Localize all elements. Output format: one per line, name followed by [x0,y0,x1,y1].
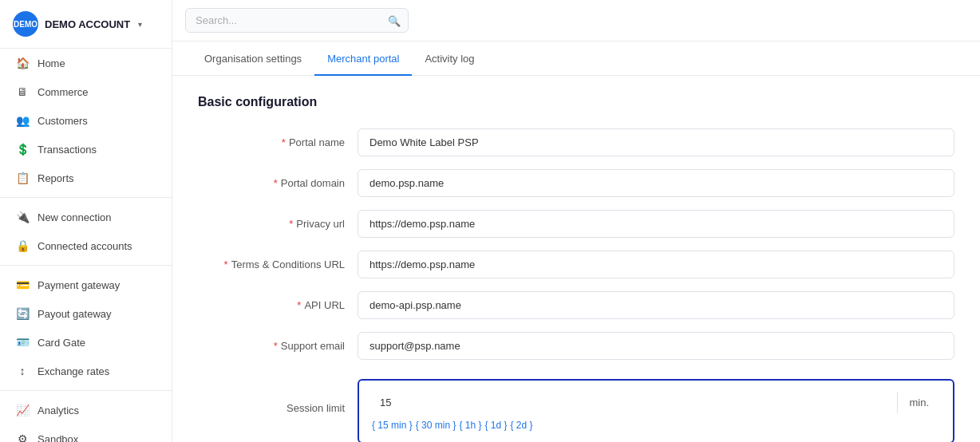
nav-list: 🏠 Home🖥 Commerce👥 Customers💲 Transaction… [0,49,172,442]
required-marker: * [224,258,228,270]
form-row-privacy-url: *Privacy url [198,210,954,238]
input-support-email[interactable] [358,332,954,360]
sidebar-label-sandbox: Sandbox [38,433,78,443]
section-title: Basic configuration [198,95,954,109]
required-marker: * [274,340,278,352]
session-hint-item[interactable]: { 1d } [484,420,507,431]
label-terms-url: *Terms & Conditions URL [198,258,358,270]
sidebar-item-payment-gateway[interactable]: 💳 Payment gateway [0,270,172,299]
sidebar-item-customers[interactable]: 👥 Customers [0,106,172,135]
sidebar-label-customers: Customers [38,115,88,127]
form-row-portal-domain: *Portal domain [198,169,954,197]
session-box: min. { 15 min }{ 30 min }{ 1h }{ 1d }{ 2… [358,379,954,442]
form-row-support-email: *Support email [198,332,954,360]
sidebar-label-transactions: Transactions [38,144,97,156]
required-marker: * [297,299,301,311]
analytics-icon: 📈 [15,404,30,416]
label-portal-name: *Portal name [198,136,358,148]
reports-icon: 📋 [15,172,30,184]
sidebar-label-reports: Reports [38,172,74,184]
required-marker: * [274,177,278,189]
sidebar-label-payout-gateway: Payout gateway [38,308,112,320]
session-label: Session limit [198,402,358,414]
sidebar-label-card-gate: Card Gate [38,337,85,349]
required-marker: * [289,218,293,230]
input-portal-domain[interactable] [358,169,954,197]
sidebar-label-connected-accounts: Connected accounts [38,240,132,252]
main-content: 🔍 Organisation settingsMerchant portalAc… [172,0,980,442]
commerce-icon: 🖥 [15,85,30,98]
sidebar: DEMO DEMO ACCOUNT ▾ 🏠 Home🖥 Commerce👥 Cu… [0,0,172,442]
tab-activity-log[interactable]: Activity log [412,41,487,76]
sidebar-item-sandbox[interactable]: ⚙ Sandbox [0,424,172,442]
input-api-url[interactable] [358,291,954,319]
sidebar-item-commerce[interactable]: 🖥 Commerce [0,77,172,106]
search-input[interactable] [185,8,409,33]
session-hints: { 15 min }{ 30 min }{ 1h }{ 1d }{ 2d } [372,420,940,431]
input-terms-url[interactable] [358,251,954,278]
tabs-bar: Organisation settingsMerchant portalActi… [172,41,980,76]
sidebar-item-connected-accounts[interactable]: 🔒 Connected accounts [0,231,172,260]
transactions-icon: 💲 [15,143,30,156]
required-marker: * [282,136,286,148]
new-connection-icon: 🔌 [15,211,30,223]
form-row-terms-url: *Terms & Conditions URL [198,251,954,278]
payment-gateway-icon: 💳 [15,278,30,291]
label-portal-domain: *Portal domain [198,177,358,189]
session-hint-item[interactable]: { 15 min } [372,420,413,431]
search-icon: 🔍 [388,14,401,26]
sidebar-item-home[interactable]: 🏠 Home [0,49,172,77]
exchange-rates-icon: ↕ [15,365,30,377]
sidebar-label-home: Home [38,57,65,69]
form-row-portal-name: *Portal name [198,128,954,156]
label-support-email: *Support email [198,340,358,352]
session-input[interactable] [372,392,897,413]
topbar: 🔍 [172,0,980,41]
search-wrap: 🔍 [185,8,409,33]
label-api-url: *API URL [198,299,358,311]
home-icon: 🏠 [15,57,30,69]
form-fields: *Portal name*Portal domain*Privacy url*T… [198,128,954,360]
sidebar-label-new-connection: New connection [38,211,112,223]
sidebar-item-new-connection[interactable]: 🔌 New connection [0,203,172,231]
account-header[interactable]: DEMO DEMO ACCOUNT ▾ [0,0,172,49]
label-privacy-url: *Privacy url [198,218,358,230]
account-name: DEMO ACCOUNT [45,18,130,30]
sidebar-label-commerce: Commerce [38,86,89,98]
input-portal-name[interactable] [358,128,954,156]
session-row: min. [372,392,940,413]
tab-merchant-portal[interactable]: Merchant portal [314,41,412,76]
sidebar-item-card-gate[interactable]: 🪪 Card Gate [0,328,172,357]
form-row-api-url: *API URL [198,291,954,319]
card-gate-icon: 🪪 [15,336,30,349]
session-limit-row: Session limit min. { 15 min }{ 30 min }{… [198,373,954,442]
customers-icon: 👥 [15,114,30,127]
sidebar-label-exchange-rates: Exchange rates [38,365,109,377]
sidebar-item-analytics[interactable]: 📈 Analytics [0,396,172,424]
content-area: Basic configuration *Portal name*Portal … [172,76,980,442]
sandbox-icon: ⚙ [15,432,30,442]
payout-gateway-icon: 🔄 [15,307,30,320]
session-unit: min. [897,392,940,413]
chevron-down-icon: ▾ [138,20,142,29]
sidebar-item-payout-gateway[interactable]: 🔄 Payout gateway [0,299,172,328]
connected-accounts-icon: 🔒 [15,239,30,252]
account-logo: DEMO [13,11,38,37]
sidebar-item-transactions[interactable]: 💲 Transactions [0,135,172,164]
tab-org-settings[interactable]: Organisation settings [192,41,314,76]
sidebar-item-reports[interactable]: 📋 Reports [0,164,172,192]
session-hint-item[interactable]: { 30 min } [416,420,456,431]
sidebar-item-exchange-rates[interactable]: ↕ Exchange rates [0,357,172,385]
session-hint-item[interactable]: { 1h } [459,420,481,431]
input-privacy-url[interactable] [358,210,954,238]
form-section: Basic configuration *Portal name*Portal … [172,76,980,442]
sidebar-label-payment-gateway: Payment gateway [38,279,120,291]
session-hint-item[interactable]: { 2d } [510,420,532,431]
sidebar-label-analytics: Analytics [38,405,79,416]
